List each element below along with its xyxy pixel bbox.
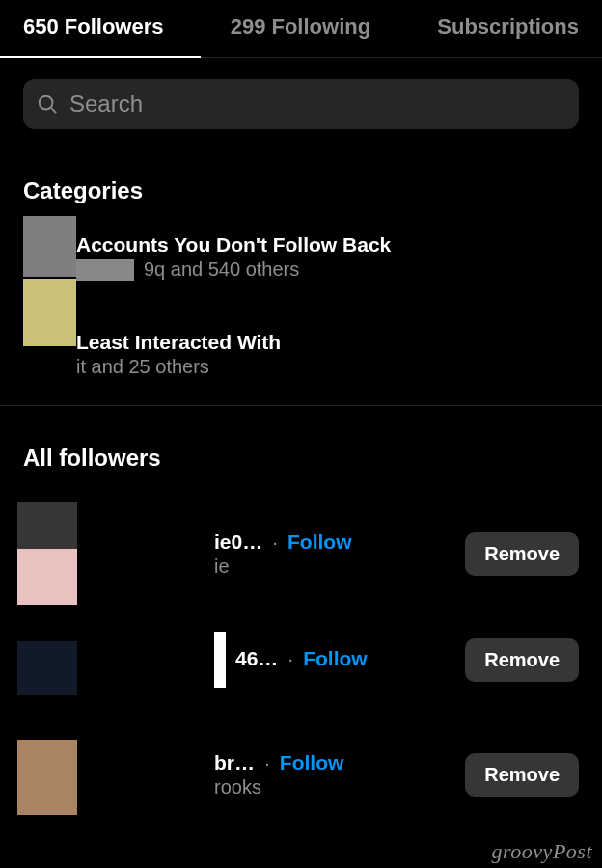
follower-username[interactable]: 46… <box>235 647 278 670</box>
follow-link[interactable]: Follow <box>303 647 368 670</box>
category-subtitle: 9q and 540 others <box>76 258 391 281</box>
search-box[interactable] <box>23 79 579 129</box>
tab-followers[interactable]: 650 Followers <box>23 14 164 40</box>
avatar <box>23 216 76 277</box>
all-followers-header: All followers <box>0 406 602 495</box>
follower-username[interactable]: br… <box>214 751 255 774</box>
follower-row: 46… · Follow Remove <box>0 624 602 695</box>
remove-button[interactable]: Remove <box>465 753 579 797</box>
tab-subscriptions[interactable]: Subscriptions <box>437 14 579 40</box>
category-item-least-interacted[interactable]: Least Interacted With it and 25 others <box>76 331 391 378</box>
follower-display-name: rooks <box>214 776 453 799</box>
follow-link[interactable]: Follow <box>287 530 352 554</box>
category-subtitle: it and 25 others <box>76 356 391 378</box>
follower-row: ie0… · Follow ie Remove <box>0 502 602 605</box>
search-icon <box>37 94 58 115</box>
avatar[interactable] <box>17 502 77 605</box>
follow-link[interactable]: Follow <box>280 751 344 774</box>
watermark: groovyPost <box>492 839 592 864</box>
category-title: Accounts You Don't Follow Back <box>76 233 391 257</box>
avatar[interactable] <box>17 740 77 815</box>
separator-dot: · <box>287 647 293 670</box>
redacted-block <box>76 259 134 281</box>
separator-dot: · <box>272 530 278 554</box>
follower-username[interactable]: ie0… <box>214 530 262 554</box>
svg-point-0 <box>40 96 53 110</box>
follower-row: br… · Follow rooks Remove <box>0 734 602 815</box>
avatar <box>23 279 76 346</box>
category-title: Least Interacted With <box>76 331 391 354</box>
category-item-not-following-back[interactable]: Accounts You Don't Follow Back 9q and 54… <box>76 233 391 281</box>
svg-line-1 <box>51 108 56 113</box>
redacted-block <box>214 632 226 688</box>
remove-button[interactable]: Remove <box>465 638 579 682</box>
categories-header: Categories <box>0 129 602 216</box>
tab-following[interactable]: 299 Following <box>231 14 370 40</box>
search-input[interactable] <box>69 91 565 118</box>
separator-dot: · <box>264 751 270 774</box>
tab-underline <box>0 57 602 58</box>
follower-display-name: ie <box>214 556 453 578</box>
remove-button[interactable]: Remove <box>465 532 579 576</box>
avatar[interactable] <box>17 641 77 695</box>
